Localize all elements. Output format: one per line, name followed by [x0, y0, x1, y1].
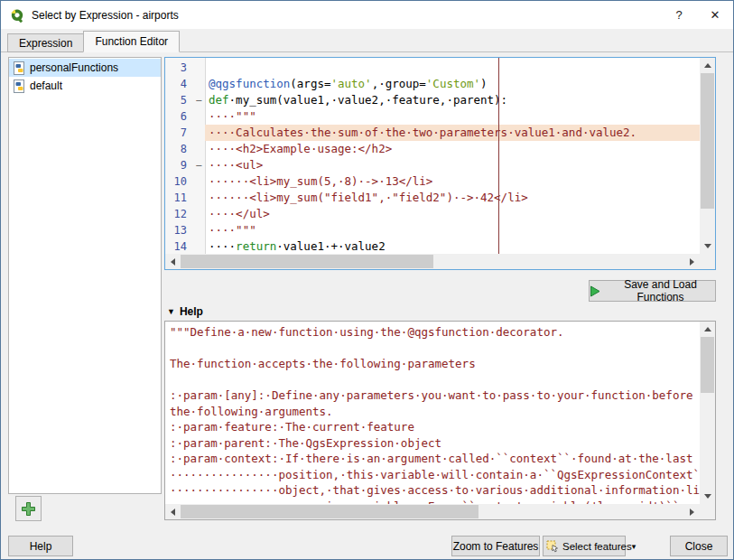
python-file-icon: [12, 79, 26, 93]
code-line-10[interactable]: 10······<li>my_sum(5,·8)·->·13</li>: [165, 173, 700, 190]
add-function-button[interactable]: [15, 496, 42, 521]
fold-marker[interactable]: −: [192, 92, 205, 108]
code-text: ····<ul>: [205, 157, 700, 173]
line-number: 7: [165, 125, 192, 141]
code-text: ····""": [205, 222, 700, 238]
fold-marker[interactable]: −: [192, 157, 205, 173]
editor-hscroll-thumb[interactable]: [181, 255, 433, 268]
editor-horizontal-scrollbar[interactable]: [165, 254, 700, 269]
fold-margin: [192, 108, 205, 125]
function-list[interactable]: personalFunctionsdefault: [8, 57, 162, 494]
code-line-9[interactable]: 9−····<ul>: [165, 157, 700, 173]
fold-margin: [192, 76, 205, 92]
code-text: def·my_sum(value1,·value2,·feature,·pare…: [205, 92, 700, 108]
help-horizontal-scrollbar[interactable]: [165, 504, 700, 519]
code-line-11[interactable]: 11······<li>my_sum("field1",·"field2")·-…: [165, 190, 700, 206]
line-number: 6: [165, 108, 192, 125]
scroll-right-icon[interactable]: [684, 254, 700, 269]
help-vertical-scrollbar[interactable]: [700, 322, 715, 504]
dropdown-arrow-icon[interactable]: ▾: [632, 542, 636, 551]
python-file-icon: [12, 61, 26, 75]
code-line-4[interactable]: 4@qgsfunction(args='auto',·group='Custom…: [165, 76, 700, 92]
help-line: :·param·[any]:·Define·any·parameters·you…: [170, 387, 700, 404]
help-line: :·param·feature:·The·current·feature: [170, 419, 700, 435]
save-button-label: Save and Load Functions: [606, 278, 715, 303]
fold-margin: [192, 190, 205, 206]
fold-margin: [192, 173, 205, 190]
function-list-item-personalFunctions[interactable]: personalFunctions: [9, 59, 161, 77]
code-line-3[interactable]: 3: [165, 60, 700, 76]
code-line-8[interactable]: 8····<h2>Example·usage:</h2>: [165, 141, 700, 157]
fold-margin: [192, 60, 205, 76]
code-line-12[interactable]: 12····</ul>: [165, 206, 700, 222]
window-title: Select by Expression - airports: [32, 9, 179, 22]
help-button[interactable]: Help: [8, 536, 73, 556]
zoom-to-features-button[interactable]: Zoom to Features: [451, 536, 540, 556]
function-name-label: personalFunctions: [30, 61, 118, 74]
scrollbar-corner: [700, 504, 715, 519]
help-line: [170, 341, 700, 357]
tab-function-editor[interactable]: Function Editor: [83, 31, 180, 52]
close-dialog-button[interactable]: Close: [670, 536, 728, 556]
code-text: ····</ul>: [205, 206, 700, 222]
scrollbar-corner: [700, 254, 715, 269]
help-line: The·function·accepts·the·following·param…: [170, 356, 700, 372]
line-number: 14: [165, 238, 192, 254]
scroll-left-icon[interactable]: [165, 254, 181, 269]
line-number: 5: [165, 92, 192, 108]
scroll-right-icon[interactable]: [684, 504, 700, 519]
line-number: 12: [165, 206, 192, 222]
help-section-header[interactable]: ▼ Help: [167, 304, 203, 319]
fold-margin: [192, 222, 205, 238]
titlebar-help-button[interactable]: ?: [661, 1, 697, 29]
fold-margin: [192, 141, 205, 157]
qgis-logo-icon: [9, 7, 25, 23]
help-section-title: Help: [180, 305, 203, 318]
help-line: the·following·arguments.: [170, 404, 700, 420]
plus-icon: [21, 501, 36, 517]
scroll-left-icon[interactable]: [165, 504, 181, 519]
help-hscroll-thumb[interactable]: [181, 505, 478, 518]
function-name-label: default: [30, 79, 62, 92]
help-line: ················position,·this·variable·…: [170, 467, 700, 483]
function-list-item-default[interactable]: default: [9, 77, 161, 95]
help-vscroll-thumb[interactable]: [701, 337, 714, 393]
help-line: [170, 372, 700, 388]
line-number: 10: [165, 173, 192, 190]
code-line-14[interactable]: 14····return·value1·+·value2: [165, 238, 700, 254]
editor-vertical-scrollbar[interactable]: [700, 58, 715, 254]
help-panel[interactable]: """Define·a·new·function·using·the·@qgsf…: [164, 321, 716, 520]
scroll-down-icon[interactable]: [700, 489, 715, 504]
code-text: ······<li>my_sum(5,·8)·->·13</li>: [205, 173, 700, 190]
code-line-7[interactable]: 7····Calculates·the·sum·of·the·two·param…: [165, 125, 700, 141]
code-line-5[interactable]: 5−def·my_sum(value1,·value2,·feature,·pa…: [165, 92, 700, 108]
close-icon[interactable]: ✕: [697, 1, 733, 29]
fold-margin: [192, 206, 205, 222]
code-line-13[interactable]: 13····""": [165, 222, 700, 238]
line-number: 9: [165, 157, 192, 173]
line-number: 4: [165, 76, 192, 92]
editor-vscroll-thumb[interactable]: [701, 73, 714, 209]
tab-expression[interactable]: Expression: [7, 33, 84, 52]
code-text: ······<li>my_sum("field1",·"field2")·->·…: [205, 190, 700, 206]
save-and-load-functions-button[interactable]: Save and Load Functions: [589, 280, 716, 302]
line-number: 8: [165, 141, 192, 157]
select-features-icon: [546, 540, 559, 553]
code-editor[interactable]: 34@qgsfunction(args='auto',·group='Custo…: [164, 57, 716, 270]
line-number: 13: [165, 222, 192, 238]
line-number: 11: [165, 190, 192, 206]
collapse-triangle-icon[interactable]: ▼: [167, 308, 175, 316]
help-line: :·param·parent:·The·QgsExpression·object: [170, 435, 700, 452]
scroll-up-icon[interactable]: [700, 58, 715, 73]
code-lines[interactable]: 34@qgsfunction(args='auto',·group='Custo…: [165, 58, 700, 254]
edge-column-marker: [498, 58, 499, 254]
help-line: ················object,·that·gives·acces…: [170, 482, 700, 499]
scroll-up-icon[interactable]: [700, 322, 715, 337]
select-features-button[interactable]: Select features ▾: [543, 536, 626, 556]
scroll-down-icon[interactable]: [700, 238, 715, 254]
fold-margin: [192, 125, 205, 141]
select-by-expression-dialog: Select by Expression - airports ? ✕ Expr…: [0, 0, 734, 560]
code-text: ····""": [205, 108, 700, 125]
code-line-6[interactable]: 6····""": [165, 108, 700, 125]
help-text: """Define·a·new·function·using·the·@qgsf…: [165, 322, 700, 504]
